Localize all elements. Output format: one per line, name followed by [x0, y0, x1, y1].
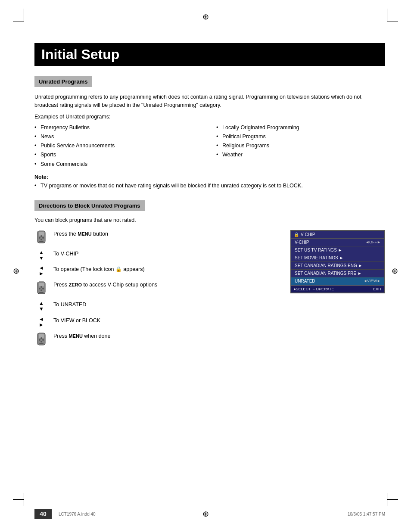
examples-list-left: Emergency BulletinsNewsPublic Service An…: [34, 123, 203, 169]
step-row: Press MENU when done: [34, 332, 282, 348]
crop-mark: [13, 22, 24, 22]
unrated-section: Unrated Programs Unrated programming ref…: [34, 76, 385, 190]
leftright-arrows: ◄ ►: [34, 265, 48, 277]
directions-intro: You can block programs that are not rate…: [34, 217, 385, 223]
registration-mark-right: ⊕: [392, 266, 398, 276]
page-footer: 40 LCT1976 A.indd 40 ⊕ 10/6/05 1:47:57 P…: [0, 509, 411, 519]
directions-section-header: Directions to Block Unrated Programs: [34, 200, 145, 211]
vchip-item-label: UNRATED: [295, 279, 315, 283]
note-text: TV programs or movies that do not have r…: [34, 182, 385, 190]
updown-arrows: ▲ ▼: [34, 301, 48, 312]
vchip-menu-item: SET CANADIAN RATINGS ENG ►: [291, 262, 384, 270]
svg-point-2: [39, 237, 40, 239]
svg-point-19: [40, 341, 42, 342]
vchip-item-label: SET CANADIAN RATINGS FRE ►: [295, 271, 362, 276]
svg-point-10: [42, 288, 44, 289]
vchip-title-text: V-CHIP: [301, 232, 315, 237]
svg-point-17: [42, 339, 44, 341]
crop-mark: [387, 499, 398, 500]
svg-point-18: [40, 337, 42, 339]
page-container: ⊕ Initial Setup Unrated Programs Unrated…: [0, 0, 411, 532]
crop-mark: [387, 22, 398, 22]
unrated-intro-text: Unrated programming refers to any progra…: [34, 93, 385, 109]
vchip-title-icon: 🔒: [294, 232, 299, 237]
page-number: 40: [34, 509, 52, 519]
svg-point-12: [40, 289, 42, 291]
list-item: Some Commercials: [34, 160, 203, 169]
vchip-menu-item: SET MOVIE RATINGS ►: [291, 254, 384, 262]
footer-center-reg: ⊕: [202, 509, 209, 519]
step-row: ▲ ▼ To UNRATED: [34, 301, 282, 312]
unrated-section-header: Unrated Programs: [34, 76, 92, 87]
crop-mark: [387, 493, 387, 506]
svg-point-4: [40, 235, 42, 237]
svg-point-3: [42, 237, 44, 239]
list-item: Sports: [34, 150, 203, 159]
step-text: To operate (The lock icon 🔒 appears): [53, 265, 282, 274]
svg-rect-20: [39, 343, 44, 344]
vchip-menu-item: SET US TV RATINGS ►: [291, 246, 384, 254]
leftright-arrows: ◄ ►: [34, 317, 48, 328]
list-item: Emergency Bulletins: [34, 123, 203, 132]
crop-mark: [13, 499, 24, 500]
crop-mark: [24, 493, 24, 506]
crop-mark: [24, 9, 24, 22]
crop-mark: [387, 9, 387, 22]
vchip-footer-left: ♦SELECT ←OPERATE: [294, 287, 334, 291]
remote-icon: [34, 230, 48, 246]
registration-mark-left: ⊕: [13, 266, 19, 276]
vchip-item-label: V-CHIP: [295, 240, 309, 245]
list-item: Public Service Announcements: [34, 141, 203, 150]
remote-icon: [34, 281, 48, 296]
instruction-steps: Press the MENU button ▲ ▼ To V-CHIP ◄ ► …: [34, 230, 282, 352]
svg-rect-15: [39, 334, 44, 338]
updown-arrows: ▲ ▼: [34, 250, 48, 261]
step-text: Press ZERO to access V-Chip setup option…: [53, 281, 282, 289]
step-text: To V-CHIP: [53, 250, 282, 258]
svg-rect-1: [39, 232, 44, 236]
vchip-title-bar: 🔒 V-CHIP: [291, 231, 384, 239]
vchip-item-value: ◄OFF►: [365, 240, 381, 244]
registration-mark-top: ⊕: [202, 12, 209, 22]
vchip-item-value: ◄VIEW►: [363, 279, 381, 283]
directions-section: Directions to Block Unrated Programs You…: [34, 200, 385, 352]
step-row: Press ZERO to access V-Chip setup option…: [34, 281, 282, 296]
vchip-screen: 🔒 V-CHIP V-CHIP ◄OFF►SET US TV RATINGS ►…: [290, 230, 385, 293]
step-text: To VIEW or BLOCK: [53, 317, 282, 325]
vchip-footer-right: EXIT: [373, 287, 382, 291]
footer-right-text: 10/6/05 1:47:57 PM: [348, 512, 385, 516]
list-item: Religious Programs: [216, 141, 385, 150]
vchip-item-label: SET CANADIAN RATINGS ENG ►: [295, 263, 362, 268]
page-title: Initial Setup: [34, 43, 385, 66]
list-item: Locally Originated Programming: [216, 123, 385, 132]
vchip-menu-item: V-CHIP ◄OFF►: [291, 239, 384, 246]
vchip-footer: ♦SELECT ←OPERATE EXIT: [291, 285, 384, 292]
step-row: ◄ ► To operate (The lock icon 🔒 appears): [34, 265, 282, 277]
step-row: ◄ ► To VIEW or BLOCK: [34, 317, 282, 328]
vchip-menu-item: UNRATED ◄VIEW►: [291, 277, 384, 285]
svg-rect-13: [39, 292, 44, 293]
note-section: Note: TV programs or movies that do not …: [34, 174, 385, 190]
list-item: Weather: [216, 150, 385, 159]
remote-icon: [34, 332, 48, 348]
svg-point-16: [39, 339, 40, 341]
step-text: To UNRATED: [53, 301, 282, 309]
list-item: News: [34, 132, 203, 141]
examples-list: Emergency BulletinsNewsPublic Service An…: [34, 123, 385, 169]
instruction-grid: Press the MENU button ▲ ▼ To V-CHIP ◄ ► …: [34, 230, 385, 352]
svg-rect-6: [39, 241, 44, 242]
step-text: Press the MENU button: [53, 230, 282, 238]
examples-label: Examples of Unrated programs:: [34, 114, 385, 120]
svg-point-9: [39, 288, 40, 289]
step-row: Press the MENU button: [34, 230, 282, 246]
step-row: ▲ ▼ To V-CHIP: [34, 250, 282, 261]
list-item: Political Programs: [216, 132, 385, 141]
vchip-menu-item: SET CANADIAN RATINGS FRE ►: [291, 270, 384, 277]
svg-point-5: [40, 239, 42, 240]
examples-list-right: Locally Originated ProgrammingPolitical …: [216, 123, 385, 169]
svg-rect-8: [39, 283, 44, 286]
vchip-item-label: SET MOVIE RATINGS ►: [295, 255, 343, 260]
svg-point-11: [40, 286, 42, 288]
note-label: Note:: [34, 174, 385, 180]
vchip-item-label: SET US TV RATINGS ►: [295, 248, 342, 252]
